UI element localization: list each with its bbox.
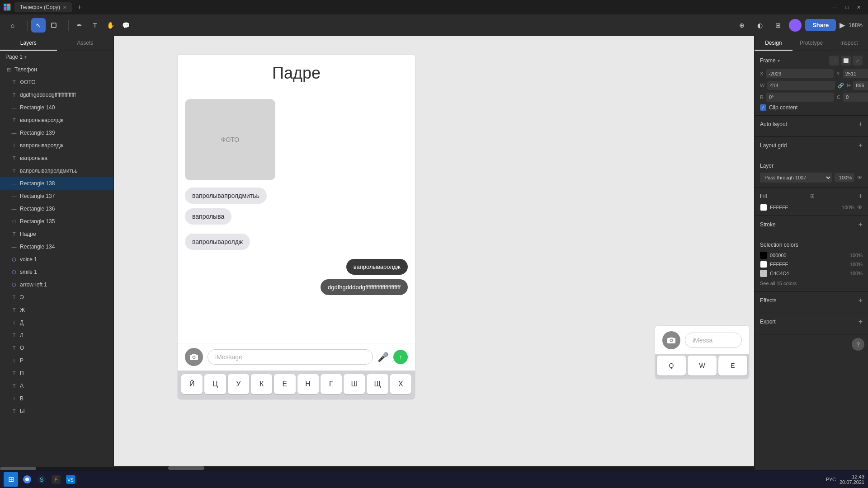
layer-rect135[interactable]: □ Rectangle 135 xyxy=(0,215,113,228)
tab-prototype[interactable]: Prototype xyxy=(793,36,830,51)
page-selector[interactable]: Page 1 ▾ xyxy=(0,51,113,63)
frame-label[interactable]: Frame ▾ xyxy=(760,57,780,64)
layer-foto[interactable]: T ФОТО xyxy=(0,76,113,89)
layer-l[interactable]: T Л xyxy=(0,329,113,342)
contrast-button[interactable]: ◐ xyxy=(753,18,767,33)
sel-swatch-1[interactable] xyxy=(760,252,767,259)
layer-arrowleft1[interactable]: ⬡ arrow-left 1 xyxy=(0,278,113,291)
auto-layout-add-icon[interactable]: + xyxy=(859,120,863,128)
help-button[interactable]: ? xyxy=(852,338,864,351)
taskbar-chrome-icon[interactable] xyxy=(20,472,34,487)
layer-yi[interactable]: T Ы xyxy=(0,405,113,418)
text-tool-button[interactable]: T xyxy=(88,18,102,33)
hand-tool-button[interactable]: ✋ xyxy=(103,18,118,33)
prop-x-input[interactable] xyxy=(766,69,834,78)
layer-rect140[interactable]: — Rectangle 140 xyxy=(0,101,113,114)
fill-color-swatch[interactable] xyxy=(760,204,767,211)
pen-tool-button[interactable]: ✒ xyxy=(72,18,87,33)
move-tool-button[interactable]: ↖ xyxy=(31,18,46,33)
layer-telefongroup[interactable]: ⊞ Телефон xyxy=(0,63,113,76)
prop-y-input[interactable] xyxy=(843,69,868,78)
zoom-level[interactable]: 168% xyxy=(849,22,863,28)
key-sh[interactable]: Ш xyxy=(344,374,365,394)
key-g[interactable]: Г xyxy=(321,374,342,394)
layer-rect134[interactable]: — Rectangle 134 xyxy=(0,240,113,253)
frame-icon-landscape[interactable]: ⬜ xyxy=(841,56,851,66)
maximize-icon[interactable]: □ xyxy=(842,5,852,10)
export-add-icon[interactable]: + xyxy=(859,318,863,326)
prop-corner-input[interactable] xyxy=(843,93,868,102)
frame-icon-phone[interactable]: □ xyxy=(829,56,839,66)
layer-a[interactable]: T А xyxy=(0,380,113,392)
prop-w-input[interactable] xyxy=(767,81,835,90)
layer-voice1[interactable]: ⬡ voice 1 xyxy=(0,253,113,266)
library-button[interactable]: ⊞ xyxy=(771,18,785,33)
frame-icon-resize[interactable]: ⤢ xyxy=(853,56,863,66)
layer-rect136[interactable]: — Rectangle 136 xyxy=(0,202,113,215)
send-button[interactable]: ↑ xyxy=(393,350,408,364)
layer-vaprolvwa[interactable]: T вапролыва xyxy=(0,152,113,164)
sel-swatch-3[interactable] xyxy=(760,270,767,277)
tab-close-icon[interactable]: ✕ xyxy=(63,5,66,10)
tab-layers[interactable]: Layers xyxy=(0,36,57,51)
stroke-add-icon[interactable]: + xyxy=(859,221,863,229)
clip-content-checkbox[interactable]: ✓ xyxy=(760,104,766,111)
layout-grid-add-icon[interactable]: + xyxy=(859,141,863,150)
camera-button[interactable] xyxy=(185,348,203,366)
tab-inspect[interactable]: Inspect xyxy=(830,36,868,51)
key-yi[interactable]: Й xyxy=(181,374,203,394)
prop-h-input[interactable] xyxy=(853,81,868,90)
key-w[interactable]: W xyxy=(688,356,717,375)
fill-hex-input[interactable] xyxy=(770,205,837,210)
canvas-scrollbar-thumb[interactable] xyxy=(168,466,204,470)
see-all-colors[interactable]: See all 15 colors xyxy=(760,279,863,287)
layer-rect139[interactable]: — Rectangle 139 xyxy=(0,127,113,139)
layers-scrollbar[interactable] xyxy=(0,467,36,470)
frame-tool-button[interactable] xyxy=(47,18,61,33)
key-u[interactable]: У xyxy=(228,374,249,394)
play-button[interactable]: ▶ xyxy=(840,21,845,29)
voice-button[interactable]: 🎤 xyxy=(377,352,389,362)
taskbar-vscode-icon[interactable]: VS xyxy=(63,472,78,487)
canvas-scrollbar[interactable] xyxy=(114,466,754,470)
key-e[interactable]: Е xyxy=(274,374,295,394)
key-e2[interactable]: E xyxy=(718,356,747,375)
layer-dgdfhg[interactable]: T dgdfhgdddodgfffffffffffffff xyxy=(0,89,113,101)
blend-mode-select[interactable]: Pass through 1007 xyxy=(760,173,832,183)
tab-design[interactable]: Design xyxy=(755,36,793,51)
imessage-input-2[interactable]: iMessa xyxy=(685,333,742,348)
center-button[interactable]: ⊕ xyxy=(735,18,749,33)
layer-vaprolvwam[interactable]: T вапролывапролдмитьь xyxy=(0,164,113,177)
comment-tool-button[interactable]: 💬 xyxy=(118,18,133,33)
key-ts[interactable]: Ц xyxy=(204,374,226,394)
share-button[interactable]: Share xyxy=(805,19,836,31)
key-shch[interactable]: Щ xyxy=(367,374,388,394)
layer-p[interactable]: T П xyxy=(0,367,113,380)
effects-add-icon[interactable]: + xyxy=(859,296,863,305)
layer-b[interactable]: T В xyxy=(0,392,113,405)
minimize-icon[interactable]: — xyxy=(829,5,841,10)
layer-vaproldj1[interactable]: T вапролываролдж xyxy=(0,114,113,127)
layer-vaproldj2[interactable]: T вапролываролдж xyxy=(0,139,113,152)
tab-assets[interactable]: Assets xyxy=(57,36,114,51)
taskbar-steam-icon[interactable]: S xyxy=(34,472,49,487)
imessage-input[interactable]: iMessage xyxy=(208,349,373,365)
taskbar-figma-icon[interactable]: F xyxy=(49,472,63,487)
key-n[interactable]: Н xyxy=(297,374,319,394)
home-tool-button[interactable]: ⌂ xyxy=(5,18,20,33)
layer-r[interactable]: T Р xyxy=(0,354,113,367)
layer-smile1[interactable]: ⬡ smile 1 xyxy=(0,266,113,278)
key-kh[interactable]: Х xyxy=(390,374,411,394)
prop-link-icon[interactable]: 🔗 xyxy=(838,83,844,89)
tab-add-icon[interactable]: + xyxy=(77,3,81,11)
layer-rect138[interactable]: — Rectangle 138 xyxy=(0,177,113,190)
camera-button-2[interactable] xyxy=(662,331,680,349)
layer-visibility-icon[interactable]: 👁 xyxy=(857,174,863,181)
layer-padre[interactable]: T Падре xyxy=(0,228,113,240)
key-k[interactable]: К xyxy=(251,374,272,394)
close-window-icon[interactable]: ✕ xyxy=(853,5,864,10)
start-button[interactable]: ⊞ xyxy=(4,472,18,487)
layer-rect137[interactable]: — Rectangle 137 xyxy=(0,190,113,202)
fill-visibility-icon[interactable]: 👁 xyxy=(857,204,863,211)
active-tab[interactable]: Телефон (Сору) ✕ xyxy=(14,2,72,12)
